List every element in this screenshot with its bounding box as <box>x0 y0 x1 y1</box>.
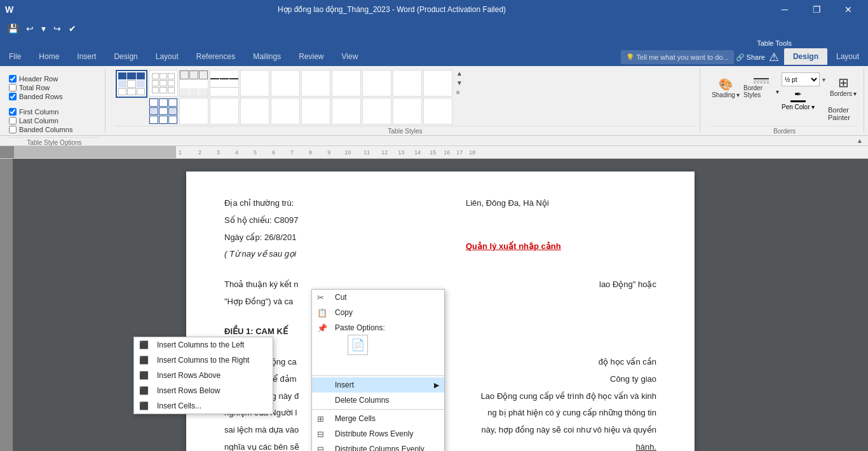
style-more[interactable]: ≡ <box>456 89 463 96</box>
table-style-12[interactable] <box>179 98 208 125</box>
table-style-6[interactable] <box>301 70 330 97</box>
style-scroll-down[interactable]: ▼ <box>456 79 463 86</box>
borders-button[interactable]: ⊞ Borders ▾ <box>828 70 858 102</box>
minimize-button[interactable]: ─ <box>770 0 799 19</box>
border-width-select[interactable]: ½ pt 1 pt 2 pt <box>782 72 820 86</box>
shading-dropdown-icon[interactable]: ▾ <box>736 91 740 98</box>
ctx-divider-1 <box>312 375 444 376</box>
header-row-checkbox[interactable] <box>9 75 17 83</box>
undo-button[interactable]: ↩ <box>24 22 36 35</box>
check-banded-columns[interactable]: Banded Columns <box>9 126 72 133</box>
table-style-7[interactable] <box>332 70 361 97</box>
table-style-18[interactable] <box>362 98 391 125</box>
tab-design[interactable]: Design <box>105 48 146 65</box>
border-styles-dropdown[interactable]: ▾ <box>776 88 779 95</box>
doc-line-tu-nay: ( Từ nay về sau gọi <box>224 248 453 261</box>
table-style-2[interactable] <box>179 70 208 97</box>
paste-option-icon[interactable]: 📄 <box>348 335 368 355</box>
table-style-20[interactable] <box>423 98 452 125</box>
banded-cols-checkbox[interactable] <box>9 126 17 133</box>
border-styles-label: Border Styles <box>743 84 775 98</box>
insert-col-left-icon: ⬛ <box>139 340 149 349</box>
undo-dropdown[interactable]: ▾ <box>39 22 48 35</box>
check-header-row[interactable]: Header Row <box>9 75 63 83</box>
total-row-checkbox[interactable] <box>9 84 17 91</box>
check-total-row[interactable]: Total Row <box>9 84 63 91</box>
ctx-distribute-rows[interactable]: ⊟ Distribute Rows Evenly <box>312 426 444 441</box>
sub-insert-col-right[interactable]: ⬛ Insert Columns to the Right <box>134 353 273 368</box>
table-style-17[interactable] <box>332 98 361 125</box>
ctx-paste[interactable]: 📌 Paste Options: 📄 <box>312 320 444 374</box>
table-tools-label: Table Tools <box>757 39 792 47</box>
check-last-column[interactable]: Last Column <box>9 117 72 125</box>
last-col-checkbox[interactable] <box>9 117 17 125</box>
insert-row-above-icon: ⬛ <box>139 371 149 380</box>
tab-table-design[interactable]: Design <box>784 48 827 65</box>
doc-wrapper: 12 34 56 78 910 1112 1314 1516 1718 <box>0 146 868 451</box>
sub-insert-row-above[interactable]: ⬛ Insert Rows Above <box>134 368 273 383</box>
doc-right-addr: Liên, Đông Đa, Hà Nội <box>466 197 656 210</box>
tab-review[interactable]: Review <box>290 48 332 65</box>
ribbon-collapse-button[interactable]: ▲ <box>857 137 863 144</box>
sub-insert-col-left[interactable]: ⬛ Insert Columns to the Left <box>134 337 273 353</box>
tab-references[interactable]: References <box>187 48 244 65</box>
ctx-distribute-cols[interactable]: ⊟ Distribute Columns Evenly <box>312 441 444 451</box>
tab-mailings[interactable]: Mailings <box>244 48 290 65</box>
table-style-3[interactable] <box>210 70 239 97</box>
check-banded-rows[interactable]: Banded Rows <box>9 93 63 100</box>
table-style-11[interactable] <box>149 98 178 125</box>
close-button[interactable]: ✕ <box>834 0 863 19</box>
insert-col-right-icon: ⬛ <box>139 356 149 365</box>
table-style-4[interactable] <box>240 70 269 97</box>
table-style-10[interactable] <box>423 70 452 97</box>
first-col-checkbox[interactable] <box>9 108 17 116</box>
border-styles-button[interactable]: Border Styles ▾ <box>743 70 779 105</box>
tab-home[interactable]: Home <box>30 48 68 65</box>
tab-view[interactable]: View <box>333 48 367 65</box>
table-style-5[interactable] <box>271 70 300 97</box>
border-painter-button[interactable]: Border Painter <box>828 103 858 125</box>
border-width-dropdown[interactable]: ▾ <box>822 76 825 83</box>
shading-button[interactable]: 🎨 Shading ▾ <box>710 70 741 105</box>
redo-button[interactable]: ↪ <box>51 22 64 35</box>
title-bar-controls: ─ ❐ ✕ <box>770 0 863 19</box>
table-style-16[interactable] <box>301 98 330 125</box>
sub-insert-cells-label: Insert Cells... <box>157 401 201 410</box>
ctx-cut[interactable]: ✂ Cut <box>312 290 444 305</box>
tab-file[interactable]: File <box>0 48 30 65</box>
pen-color-button[interactable]: ✒ Pen Color ▾ <box>782 89 815 111</box>
style-scroll-up[interactable]: ▲ <box>456 70 463 77</box>
banded-rows-checkbox[interactable] <box>9 93 17 100</box>
table-style-plain[interactable] <box>149 70 178 97</box>
tab-insert[interactable]: Insert <box>68 48 105 65</box>
tab-layout-main[interactable]: Layout <box>147 48 187 65</box>
border-painter-label: Border Painter <box>828 106 858 121</box>
sub-insert-row-below[interactable]: ⬛ Insert Rows Below <box>134 383 273 398</box>
document-area: Địa chỉ thường trú: Số hộ chiếu: C8097 N… <box>0 159 868 451</box>
table-style-9[interactable] <box>393 70 422 97</box>
ctx-copy[interactable]: 📋 Copy <box>312 305 444 320</box>
table-style-13[interactable] <box>210 98 239 125</box>
customize-qa-button[interactable]: ✔ <box>66 22 79 35</box>
table-style-8[interactable] <box>362 70 391 97</box>
check-first-column[interactable]: First Column <box>9 108 72 116</box>
share-button[interactable]: 🔗 Share <box>736 53 765 62</box>
ctx-insert[interactable]: Insert ▶ <box>312 377 444 393</box>
ribbon: Header Row Total Row Banded Rows First C… <box>0 66 868 136</box>
table-style-14[interactable] <box>240 98 269 125</box>
sub-insert-cells[interactable]: ⬛ Insert Cells... <box>134 398 273 414</box>
borders-dropdown[interactable]: ▾ <box>853 90 857 97</box>
table-style-checks: Header Row Total Row Banded Rows <box>9 72 63 103</box>
distribute-cols-icon: ⊟ <box>317 445 324 452</box>
table-style-19[interactable] <box>393 98 422 125</box>
table-style-selected[interactable] <box>116 70 147 98</box>
ctx-merge[interactable]: ⊞ Merge Cells <box>312 411 444 426</box>
ctx-delete-cols[interactable]: Delete Columns <box>312 393 444 408</box>
tab-table-layout[interactable]: Layout <box>827 48 868 65</box>
restore-button[interactable]: ❐ <box>802 0 831 19</box>
table-style-checks-2: First Column Last Column Banded Columns <box>9 105 72 136</box>
search-bar[interactable]: 💡 Tell me what you want to do... <box>626 53 729 62</box>
save-button[interactable]: 💾 <box>5 22 21 35</box>
table-style-15[interactable] <box>271 98 300 125</box>
ctx-delete-cols-label: Delete Columns <box>335 396 389 405</box>
